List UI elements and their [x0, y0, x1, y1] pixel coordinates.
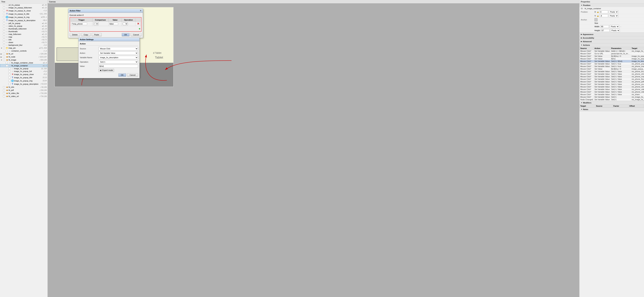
tree-item[interactable]: ▶ □ image_hs_popup_full ✓5,5 [0, 70, 48, 73]
settings-varname-select[interactable]: image_hs_description [98, 56, 138, 59]
tree-item[interactable]: ▶ □ map_fullscreen ●0,-10 [0, 33, 48, 35]
tree-checkbox[interactable] [3, 95, 5, 97]
action-filter-paste-btn[interactable]: Paste [92, 33, 102, 36]
tree-item[interactable]: ▶ ◆ ht_video_url ✓734,186 [0, 95, 48, 98]
tree-checkbox[interactable] [3, 92, 5, 94]
actions-table-row[interactable]: Mouse Click* Set Variable Value Set(=) /… [580, 93, 644, 96]
notes-section-header[interactable]: ▼ Notes [580, 108, 644, 111]
x-unit-select[interactable]: Pixels [609, 10, 618, 13]
tree-checkbox[interactable] [3, 28, 5, 30]
tree-item[interactable]: ▶ ◆ ht_video_file ✓734,186 [0, 92, 48, 95]
action-settings-ok-btn[interactable]: OK [118, 73, 126, 77]
tree-item[interactable]: ▶ T image_hs_popup_fs_description ~80,0 [0, 19, 48, 22]
anchor-widget[interactable] [594, 18, 598, 21]
settings-expert-control[interactable]: ◀ Expert mode [98, 69, 138, 72]
tree-item[interactable]: ▶ □ info ↗16,72 [0, 38, 48, 41]
tree-item[interactable]: ▶ □ image_hs_popup_fullscreen ●0,-15 [0, 6, 48, 9]
tree-checkbox[interactable] [8, 68, 10, 70]
filter-row[interactable]: = != < > [71, 21, 140, 26]
height-unit-select[interactable]: Pixels [610, 29, 620, 32]
settings-varname-control[interactable]: image_hs_description [98, 56, 138, 59]
tree-item[interactable]: ▶ ✕ image_hs_popup_fs_close ✓3,3 [0, 9, 48, 12]
filter-operation-cell[interactable]: AND OR [122, 21, 135, 26]
tree-item[interactable]: ▶ T image_hs_popup_description ↗19,223 [0, 82, 48, 86]
tree-item[interactable]: ▶ □ video_hs_popup ●0,-40 [0, 25, 48, 27]
settings-source-select[interactable]: Mouse Click [98, 47, 138, 50]
height-input[interactable] [601, 29, 610, 32]
y-input[interactable] [600, 14, 608, 17]
tree-checkbox[interactable] [3, 13, 5, 15]
filter-value-cell[interactable] [108, 21, 122, 26]
tree-item[interactable]: ▶ □ pdf_hs_popup ●0,-40 [0, 22, 48, 25]
settings-value-control[interactable] [98, 65, 138, 68]
tree-item[interactable]: ▶ □ thumbnails_fullscreen ●0,-18 [0, 27, 48, 30]
tree-item[interactable]: ▼ 📁 map_pin ●272,-358 [0, 46, 48, 49]
x-input[interactable] [600, 10, 608, 13]
action-settings-cancel-btn[interactable]: Cancel [127, 73, 138, 77]
tree-content[interactable]: ▶ □ url_hs_popup ●0,-40 ▶ □ image_hs_pop… [0, 3, 48, 297]
settings-expert-mode-btn[interactable]: ◀ Expert mode [98, 69, 114, 72]
tree-checkbox[interactable] [3, 19, 5, 21]
tree-checkbox[interactable] [8, 83, 10, 85]
tree-item[interactable]: ▶ □ container_controls ✓1,4 [0, 49, 48, 52]
actions-table-row[interactable]: Mouse Click* Set Variable Value Set(=) /… [580, 78, 644, 80]
tree-checkbox[interactable] [6, 50, 8, 52]
actions-table-row[interactable]: Mouse Click* Set Variable Value Set(=) /… [580, 80, 644, 83]
actions-table-row[interactable]: Mouse Click* Set Variable Value Set(=) /… [580, 91, 644, 93]
tree-checkbox[interactable] [3, 10, 5, 11]
actions-table-row[interactable]: Mouse Click* Set Variable Value Set(=) /… [580, 83, 644, 86]
actions-table-row[interactable]: Mouse Click* Set Variable Value Set(=) /… [580, 65, 644, 68]
actions-table-row[interactable]: Mouse Click* Set Variable Value Set(=) /… [580, 75, 644, 78]
tree-item[interactable]: ▶ □ image_hs_popup 10, 330 [0, 67, 48, 70]
tree-checkbox[interactable] [3, 59, 5, 61]
width-input[interactable] [600, 25, 609, 28]
tree-checkbox[interactable] [3, 56, 5, 58]
settings-action-select[interactable]: Set Variable Value [98, 51, 138, 55]
canvas-content[interactable]: Tablet d Tablet Action Filter ✕ Execute … [48, 3, 579, 297]
actions-table-row[interactable]: Mouse Click* Set Variable Value Set(=) v… [580, 96, 644, 98]
tree-checkbox[interactable] [3, 7, 5, 9]
tree-checkbox[interactable] [3, 31, 5, 32]
action-filter-delete-btn[interactable]: Delete [70, 33, 80, 36]
tree-item[interactable]: ▶ ◆ ht_info ✓84,186 [0, 86, 48, 89]
tree-checkbox[interactable] [3, 44, 5, 46]
advanced-section-header[interactable]: ▶ Advanced [580, 40, 644, 43]
tree-item[interactable]: ▶ □ thumbnails ↗15,73 [0, 30, 48, 33]
settings-value-input[interactable] [98, 65, 138, 68]
filter-operation-select[interactable]: AND OR [123, 22, 128, 25]
tree-item[interactable]: ▶ □ ht_image_container_close ●0,-8 [0, 61, 48, 64]
tree-item[interactable]: ▶ T image_hs_popup_fs_title ~161,-335 [0, 12, 48, 15]
actions-table-row[interactable]: Mouse Click* Set Variable Value Set(=) /… [580, 88, 644, 91]
tree-checkbox[interactable] [6, 65, 8, 67]
tree-checkbox[interactable] [8, 76, 10, 78]
filter-delete-row-btn[interactable]: ✕ [137, 22, 139, 25]
tree-item[interactable]: ▶ □ ht_image_container ●0,-8 [0, 64, 48, 67]
tree-checkbox[interactable] [3, 41, 5, 43]
tree-checkbox[interactable] [3, 4, 5, 6]
tree-item[interactable]: ▶ 🌐 image_hs_popup_img 10,64 [0, 79, 48, 82]
y-unit-select[interactable]: Pixels [609, 14, 618, 17]
modifiers-section-header[interactable]: ▼ Modifiers [580, 101, 644, 104]
tree-item[interactable]: ▶ □ share ↗16,72 [0, 41, 48, 44]
filter-trigger-cell[interactable] [71, 21, 92, 26]
action-filter-close-btn[interactable]: ✕ [140, 9, 142, 12]
tree-checkbox[interactable] [3, 89, 5, 91]
tree-item[interactable]: ▶ ◆ ht_url ✓184,186 [0, 52, 48, 55]
actions-table-row[interactable]: Mouse Click* Set Variable Value Set(=) /… [580, 60, 644, 63]
settings-operation-select[interactable]: Set(=) [98, 60, 138, 64]
settings-source-control[interactable]: Mouse Click [98, 47, 138, 50]
actions-table-row[interactable]: Mouse Click* Set Variable Value Set(=) /… [580, 86, 644, 88]
tree-item[interactable]: ▼ ◆ ht_image ✓404,186 [0, 58, 48, 61]
tree-item[interactable]: ▶ ◆ ht_node ✓1023,197 [0, 55, 48, 58]
tree-checkbox[interactable] [8, 80, 10, 82]
tree-checkbox[interactable] [3, 25, 5, 27]
tree-item[interactable]: ▶ T image_hs_popup_title 10,15 [0, 76, 48, 79]
filter-add-row-btn[interactable]: + [138, 27, 140, 30]
tree-item[interactable]: ▶ ✕ image_hs_popup_close ↗5,5 [0, 73, 48, 76]
actions-table-row[interactable]: Mouse Click* Set Variable Value Set(=) /… [580, 70, 644, 73]
tree-checkbox[interactable] [3, 22, 5, 24]
tree-item[interactable]: ▶ □ map ↗16,72 [0, 35, 48, 38]
action-filter-cancel-btn[interactable]: Cancel [130, 33, 142, 36]
tree-checkbox[interactable] [3, 53, 5, 55]
tree-checkbox[interactable] [3, 86, 5, 88]
